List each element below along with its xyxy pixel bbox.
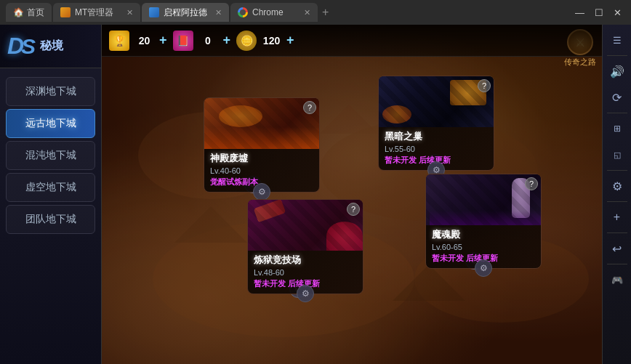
- shendian-gear[interactable]: ⚙: [253, 183, 270, 201]
- game-icon: [149, 7, 159, 17]
- sidebar: D S 秘境 深渊地下城 远古地下城 混沌地下城 虚空地下城 团队地下城: [0, 25, 102, 364]
- dungeon-card-moshou[interactable]: ? 魔魂殿 Lv.60-65 暂未开发 后续更新 ⚙: [425, 174, 542, 269]
- new-tab-button[interactable]: +: [322, 6, 329, 19]
- gem-icon: 📕: [173, 31, 193, 51]
- tab-mt[interactable]: MT管理器 ✕: [53, 3, 140, 22]
- path-label-text: 传奇之路: [564, 57, 596, 68]
- coin-icon: 🪙: [236, 31, 257, 51]
- logo-s: S: [21, 34, 36, 59]
- shendian-level: Lv.40-60: [210, 166, 313, 175]
- expand-button[interactable]: ⊞: [605, 116, 630, 141]
- chrome-icon: [238, 7, 248, 17]
- refresh-button[interactable]: ⟳: [605, 85, 630, 110]
- game-window: D S 秘境 深渊地下城 远古地下城 混沌地下城 虚空地下城 团队地下城: [0, 25, 631, 364]
- tab-home[interactable]: 🏠 首页: [6, 3, 52, 22]
- moshou-image: ?: [426, 174, 541, 225]
- toolbar-sep-6: [607, 264, 627, 264]
- terrain-svg: [102, 25, 631, 364]
- moshou-name: 魔魂殿: [432, 228, 535, 241]
- lianyu-level: Lv.48-60: [254, 268, 357, 277]
- gamepad-button[interactable]: 🎮: [605, 267, 630, 292]
- shendian-name: 神殿废墟: [210, 152, 313, 165]
- coin-plus[interactable]: +: [286, 33, 294, 48]
- gem-count: 0: [199, 35, 217, 46]
- moshou-level: Lv.60-65: [432, 243, 535, 251]
- back-button[interactable]: ↩: [605, 236, 630, 261]
- logo-text: 秘境: [40, 39, 63, 54]
- lianyu-name: 炼狱竞技场: [254, 254, 357, 267]
- lianyu-image: ?: [248, 200, 363, 251]
- minimize-button[interactable]: —: [571, 6, 588, 20]
- svg-marker-6: [320, 105, 378, 134]
- sidebar-item-abyss[interactable]: 深渊地下城: [6, 77, 95, 106]
- menu-button[interactable]: ☰: [605, 28, 630, 52]
- toolbar-sep-1: [607, 55, 627, 56]
- toolbar-sep-2: [607, 113, 627, 113]
- heian-image: ?: [379, 76, 494, 127]
- sound-button[interactable]: 🔊: [605, 59, 630, 84]
- heian-level: Lv.55-60: [385, 145, 488, 153]
- settings-button[interactable]: ⚙: [605, 174, 630, 198]
- tab-game[interactable]: 启程阿拉德 ✕: [142, 3, 229, 22]
- shendian-image: ?: [204, 98, 319, 149]
- dungeon-card-heian[interactable]: ? 黑暗之巢 Lv.55-60 暂未开发 后续更新 ⚙: [378, 76, 494, 171]
- toolbar-sep-4: [607, 201, 627, 202]
- mt-icon: [60, 7, 71, 17]
- toolbar-sep-5: [607, 232, 627, 233]
- moshou-gear[interactable]: ⚙: [475, 259, 492, 277]
- heian-name: 黑暗之巢: [385, 130, 488, 143]
- dungeon-card-lianyu[interactable]: ? 炼狱竞技场 Lv.48-60 暂未开发 后续更新 ⚙: [247, 199, 363, 294]
- game-main: 🏆 20 + 📕 0 + 🪙 120 + ⚔ 传奇之路: [102, 25, 631, 364]
- dungeon-card-shendian[interactable]: ? 神殿废墟 Lv.40-60 觉醒试炼副本 ⚙: [204, 97, 320, 193]
- gold-icon: 🏆: [109, 31, 129, 51]
- lianyu-gear[interactable]: ⚙: [297, 285, 314, 302]
- sidebar-header: D S 秘境: [0, 25, 101, 68]
- moshou-help-btn[interactable]: ?: [525, 177, 538, 190]
- sidebar-item-chaos[interactable]: 混沌地下城: [6, 141, 95, 170]
- maximize-button[interactable]: ☐: [591, 6, 607, 20]
- browser-chrome: 🏠 首页 MT管理器 ✕ 启程阿拉德 ✕ Chrome ✕ + — ☐ ✕: [0, 0, 631, 25]
- top-bar: 🏆 20 + 📕 0 + 🪙 120 +: [102, 25, 631, 57]
- window-button[interactable]: ◱: [605, 142, 630, 167]
- coin-count: 120: [262, 35, 281, 46]
- sidebar-item-ancient[interactable]: 远古地下城: [6, 109, 95, 138]
- add-button[interactable]: +: [605, 205, 630, 230]
- gold-count: 20: [135, 35, 153, 46]
- sidebar-item-team[interactable]: 团队地下城: [6, 205, 95, 234]
- tab-bar: 🏠 首页 MT管理器 ✕ 启程阿拉德 ✕ Chrome ✕ + — ☐ ✕: [0, 0, 631, 25]
- right-toolbar: ☰ 🔊 ⟳ ⊞ ◱ ⚙ + ↩ 🎮: [602, 25, 631, 364]
- close-button[interactable]: ✕: [610, 6, 625, 20]
- heian-help-btn[interactable]: ?: [478, 79, 491, 92]
- tab-game-close[interactable]: ✕: [215, 8, 222, 17]
- tab-mt-close[interactable]: ✕: [126, 8, 133, 17]
- toolbar-sep-3: [607, 170, 627, 171]
- tab-chrome-close[interactable]: ✕: [304, 8, 310, 17]
- svg-marker-4: [174, 206, 247, 243]
- gold-plus[interactable]: +: [159, 33, 167, 48]
- gem-plus[interactable]: +: [223, 33, 231, 48]
- tab-chrome[interactable]: Chrome ✕: [230, 3, 318, 22]
- sidebar-item-void[interactable]: 虚空地下城: [6, 173, 95, 202]
- lianyu-help-btn[interactable]: ?: [347, 203, 360, 216]
- shendian-help-btn[interactable]: ?: [303, 101, 316, 114]
